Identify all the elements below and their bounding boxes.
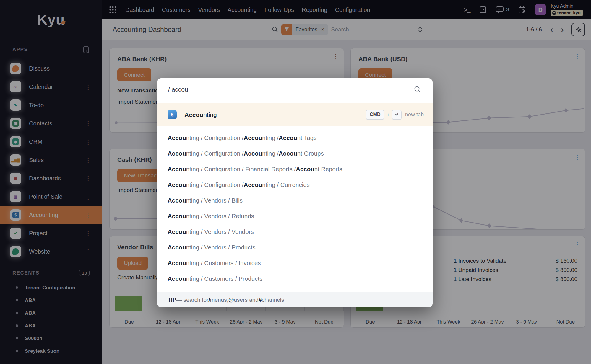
plain-text: nting / Configuration / bbox=[186, 181, 244, 188]
cmd-keycap: CMD bbox=[366, 110, 384, 120]
command-input-row bbox=[157, 78, 433, 101]
plain-text: nting / Currencies bbox=[262, 181, 310, 188]
plain-text: nting / Customers / Products bbox=[186, 275, 263, 282]
plain-text: nting / Vendors / Products bbox=[186, 244, 256, 251]
plain-text: menus, bbox=[210, 297, 228, 303]
top-result-label: Accounting bbox=[184, 111, 217, 118]
plain-text: — search for bbox=[176, 297, 209, 303]
plain-text: nting / Configuration / bbox=[186, 134, 244, 141]
match-text: Accou bbox=[168, 259, 186, 267]
match-text: Accou bbox=[168, 150, 186, 157]
plain-text: nting / Configuration / Financial Report… bbox=[186, 166, 296, 173]
search-result-row[interactable]: Accounting / Configuration / Accounting … bbox=[157, 177, 433, 192]
match-text: Accou bbox=[168, 275, 186, 282]
plain-text: nt Reports bbox=[314, 166, 342, 173]
match-text: Accou bbox=[168, 166, 186, 173]
search-result-row[interactable]: Accounting / Configuration / Accounting … bbox=[157, 146, 433, 161]
search-results-list: Accounting / Configuration / Accounting … bbox=[157, 126, 433, 292]
plain-text: nting / Vendors / Refunds bbox=[186, 213, 254, 220]
match-text: # bbox=[259, 297, 262, 303]
match-text: Accou bbox=[279, 150, 297, 157]
plain-text: nting / Vendors / Bills bbox=[186, 197, 243, 204]
match-text: Accou bbox=[279, 134, 297, 141]
plain-text: nt Tags bbox=[297, 134, 317, 141]
search-result-row[interactable]: Accounting / Customers / Products bbox=[157, 271, 433, 286]
match-text: Accou bbox=[168, 228, 186, 235]
enter-keycap: ↵ bbox=[392, 110, 402, 120]
new-tab-hint: new tab bbox=[405, 112, 424, 118]
top-result-accounting[interactable]: $ Accounting CMD + ↵ new tab bbox=[157, 103, 433, 126]
match-text: Accou bbox=[168, 213, 186, 220]
plain-text: nting / Vendors / Vendors bbox=[186, 228, 254, 235]
tip-footer: TIP — search for /menus, @users and #cha… bbox=[157, 292, 433, 307]
shortcut-hint-group: CMD + ↵ new tab bbox=[366, 110, 424, 120]
plain-text: nting / bbox=[262, 150, 279, 157]
search-result-row[interactable]: Accounting / Customers / Invoices bbox=[157, 255, 433, 271]
match-text: Accou bbox=[168, 197, 186, 204]
plain-text: nting / Customers / Invoices bbox=[186, 259, 261, 267]
search-result-row[interactable]: Accounting / Configuration / Financial R… bbox=[157, 161, 433, 177]
plain-text: channels bbox=[262, 297, 284, 303]
plain-text: nting / Configuration / bbox=[186, 150, 244, 157]
match-text: Accou bbox=[168, 134, 186, 141]
search-result-row[interactable]: Accounting / Configuration / Accounting … bbox=[157, 130, 433, 146]
search-result-row[interactable]: Accounting / Vendors / Products bbox=[157, 239, 433, 255]
accounting-app-icon: $ bbox=[168, 110, 177, 119]
plain-text: users and bbox=[234, 297, 258, 303]
search-icon bbox=[414, 86, 421, 93]
plain-text: nt Groups bbox=[297, 150, 324, 157]
match-text: Accou bbox=[244, 181, 262, 188]
match-text: @ bbox=[228, 297, 234, 303]
search-result-row[interactable]: Accounting / Vendors / Vendors bbox=[157, 224, 433, 239]
match-text: Accou bbox=[296, 166, 314, 173]
search-result-row[interactable]: Accounting / Vendors / Bills bbox=[157, 192, 433, 208]
plain-text: nting / bbox=[262, 134, 279, 141]
match-text: Accou bbox=[244, 134, 262, 141]
command-input[interactable] bbox=[168, 86, 414, 93]
match-text: Accou bbox=[244, 150, 262, 157]
search-result-row[interactable]: Accounting / Vendors / Refunds bbox=[157, 208, 433, 224]
match-text: TIP bbox=[168, 297, 176, 303]
match-text: Accou bbox=[168, 244, 186, 251]
match-text: Accou bbox=[168, 181, 186, 188]
command-palette: $ Accounting CMD + ↵ new tab Accounting … bbox=[157, 78, 433, 307]
